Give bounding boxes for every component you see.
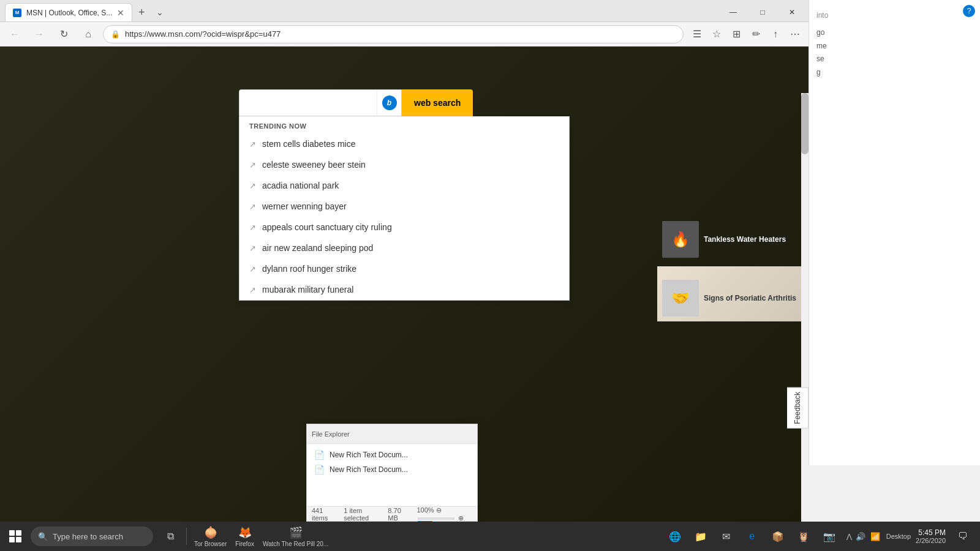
taskbar-time: 5:45 PM — [918, 528, 946, 537]
trend-icon-5: ↗ — [249, 223, 256, 232]
url-bar[interactable]: 🔒 https://www.msn.com/?ocid=wispr&pc=u47… — [103, 25, 684, 43]
network-icon[interactable]: 📶 — [869, 530, 881, 542]
suggestion-text-3: acadia national park — [262, 181, 339, 190]
tab-bar: M MSN | Outlook, Office, S... ✕ + ⌄ — □ … — [0, 0, 809, 22]
share-button[interactable]: ↑ — [767, 26, 784, 43]
suggestion-2[interactable]: ↗ celeste sweeney beer stein — [239, 154, 569, 175]
right-sidebar: AdChoices ▸ pics For You 🔥 Tankless Wate… — [649, 126, 809, 550]
file-icon-1: 📄 — [314, 450, 325, 460]
redpill-icon: 🎬 — [289, 526, 303, 539]
taskbar-clock[interactable]: 5:45 PM 2/26/2020 — [916, 528, 946, 544]
arthritis-thumb: 🤝 — [662, 280, 699, 317]
forward-button[interactable]: → — [29, 24, 49, 44]
start-icon — [9, 530, 21, 542]
tab-close-button[interactable]: ✕ — [117, 8, 124, 18]
volume-icon[interactable]: 🔊 — [854, 530, 867, 542]
suggestion-1[interactable]: ↗ stem cells diabetes mice — [239, 133, 569, 154]
bookmark-button[interactable]: ☆ — [708, 26, 725, 43]
taskbar: 🔍 Type here to search ⧉ 🧅 Tor Browser 🦊 … — [0, 522, 980, 551]
edge-icon: e — [745, 529, 760, 544]
suggestion-5[interactable]: ↗ appeals court sanctuary city ruling — [239, 217, 569, 238]
arthritis-card[interactable]: 🤝 Signs of Psoriatic Arthritis — [657, 266, 801, 321]
refresh-button[interactable]: ↻ — [54, 24, 74, 44]
task-view-btn[interactable]: ⧉ — [158, 522, 183, 551]
start-button[interactable] — [0, 522, 31, 551]
ie-icon: 🌐 — [668, 529, 682, 544]
scroll-thumb — [801, 93, 809, 154]
web-search-button[interactable]: web search — [402, 89, 473, 116]
desktop-label[interactable]: Desktop — [886, 533, 911, 540]
file-name-1: New Rich Text Docum... — [330, 451, 408, 459]
zoom-level: 100% ⊖ ⊕ — [417, 506, 472, 522]
file-toolbar-label: File Explorer — [312, 430, 350, 438]
browser-scrollbar[interactable] — [801, 93, 809, 522]
heater-content: 🔥 Tankless Water Heaters — [662, 221, 786, 258]
suggestion-text-6: air new zealand sleeping pod — [262, 243, 373, 253]
ie-tray-btn[interactable]: 🌐 — [663, 522, 687, 551]
zoom-minus[interactable]: ⊖ — [436, 506, 442, 514]
file-panel: File Explorer 📄 New Rich Text Docum... 📄… — [306, 424, 478, 522]
home-button[interactable]: ⌂ — [78, 24, 98, 44]
trend-icon-4: ↗ — [249, 202, 256, 211]
trend-icon-6: ↗ — [249, 244, 256, 253]
reader-view-button[interactable]: ☰ — [688, 26, 706, 43]
suggestion-6[interactable]: ↗ air new zealand sleeping pod — [239, 238, 569, 258]
search-input[interactable] — [239, 90, 377, 116]
close-button[interactable]: ✕ — [778, 3, 806, 21]
file-toolbar: File Explorer — [307, 424, 477, 444]
customize-button[interactable]: ⊞ — [728, 26, 745, 43]
file-items: 📄 New Rich Text Docum... 📄 New Rich Text… — [307, 444, 477, 481]
camera-btn[interactable]: 📷 — [817, 522, 842, 551]
tor-browser-icon: 🧅 — [204, 526, 217, 539]
zoom-plus[interactable]: ⊕ — [458, 514, 464, 522]
suggestion-4[interactable]: ↗ werner wenning bayer — [239, 196, 569, 217]
help-icon[interactable]: ? — [963, 5, 975, 17]
heater-thumb: 🔥 — [662, 221, 699, 258]
taskbar-center: ⧉ 🧅 Tor Browser 🦊 Firefox 🎬 Watch The Re… — [158, 522, 332, 551]
suggestion-7[interactable]: ↗ dylann roof hunger strike — [239, 258, 569, 279]
maximize-button[interactable]: □ — [748, 3, 777, 21]
tab-overflow-button[interactable]: ⌄ — [151, 3, 169, 21]
suggestion-3[interactable]: ↗ acadia national park — [239, 175, 569, 196]
search-row: b web search — [239, 89, 570, 116]
heater-label: Tankless Water Heaters — [704, 235, 786, 244]
water-heater-card[interactable]: 🔥 Tankless Water Heaters — [657, 208, 801, 263]
back-button[interactable]: ← — [5, 24, 24, 44]
new-tab-button[interactable]: + — [132, 3, 151, 21]
edge-tray-btn[interactable]: e — [740, 522, 764, 551]
tab-title: MSN | Outlook, Office, S... — [26, 9, 112, 17]
notifications-btn[interactable]: 🗨 — [951, 522, 975, 551]
taskbar-search-icon: 🔍 — [38, 532, 48, 541]
tor-browser-label: Tor Browser — [194, 541, 227, 547]
file-size: 8.70 MB — [388, 507, 407, 522]
taskbar-search[interactable]: 🔍 Type here to search — [31, 527, 153, 546]
annotate-button[interactable]: ✏ — [747, 26, 764, 43]
url-text: https://www.msn.com/?ocid=wispr&pc=u477 — [125, 29, 676, 39]
bing-logo: b — [382, 96, 397, 110]
taskbar-tray-apps: 🌐 📁 ✉ e 📦 🦉 📷 — [663, 522, 842, 551]
more-button[interactable]: ⋯ — [786, 26, 804, 43]
tor-browser-app[interactable]: 🧅 Tor Browser — [190, 526, 230, 547]
panel-text: go me se g — [816, 26, 973, 79]
amazon-tray-btn[interactable]: 📦 — [766, 522, 790, 551]
ssl-icon: 🔒 — [111, 30, 120, 39]
toolbar-actions: ☰ ☆ ⊞ ✏ ↑ ⋯ — [688, 26, 804, 43]
folder-tray-btn[interactable]: 📁 — [688, 522, 713, 551]
firefox-icon: 🦊 — [238, 526, 252, 539]
feedback-button[interactable]: Feedback — [787, 388, 809, 429]
mail-tray-btn[interactable]: ✉ — [714, 522, 739, 551]
redpill-app[interactable]: 🎬 Watch The Red Pill 20... — [259, 526, 332, 547]
suggestion-8[interactable]: ↗ mubarak military funeral — [239, 279, 569, 300]
arthritis-label: Signs of Psoriatic Arthritis — [704, 294, 796, 302]
minimize-button[interactable]: — — [719, 3, 747, 21]
active-tab[interactable]: M MSN | Outlook, Office, S... ✕ — [5, 3, 132, 21]
zoom-bar — [418, 517, 454, 520]
panel-line-3: se — [816, 53, 973, 66]
suggestion-text-2: celeste sweeney beer stein — [262, 160, 366, 170]
firefox-app[interactable]: 🦊 Firefox — [232, 526, 258, 547]
expand-tray-btn[interactable]: ⋀ — [846, 533, 852, 541]
panel-hint: into — [816, 10, 973, 21]
tripadvisor-btn[interactable]: 🦉 — [791, 522, 816, 551]
win-sq-2 — [16, 530, 21, 536]
notifications-icon: 🗨 — [956, 529, 970, 544]
